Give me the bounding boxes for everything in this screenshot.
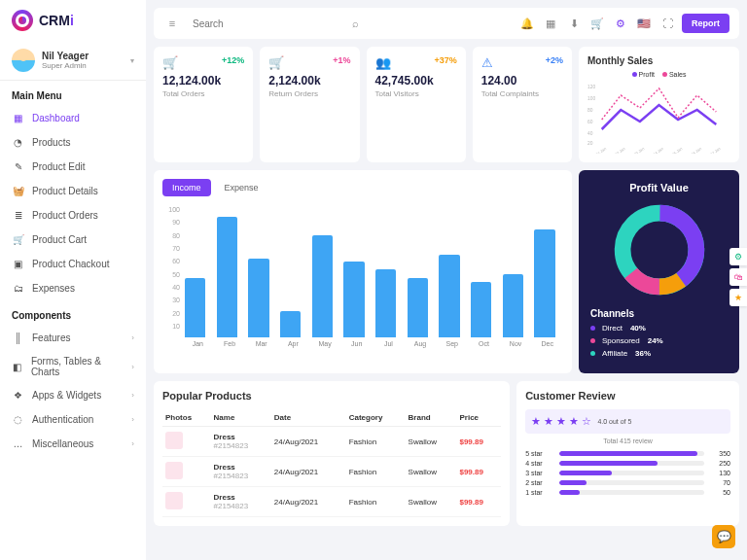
nav-dashboard[interactable]: ▦Dashboard [0, 106, 146, 130]
nav-authentication[interactable]: ◌Authentication› [0, 407, 146, 432]
bar-column: Aug [408, 206, 434, 347]
bar-column: Sep [439, 206, 465, 347]
nav-product-chackout[interactable]: ▣Product Chackout [0, 252, 146, 276]
stat-icon: 🛒 [162, 55, 178, 70]
bar-column: Jan [185, 206, 211, 347]
stat-card: ⚠+2%124.00Total Complaints [473, 47, 572, 162]
chevron-right-icon: › [131, 333, 134, 342]
table-row[interactable]: Dress#215482324/Aug/2021FashionSwallow$9… [162, 457, 501, 487]
nav-expenses[interactable]: 🗂Expenses [0, 276, 146, 300]
stat-card: 🛒+12%12,124.00kTotal Orders [154, 47, 253, 162]
nav-icon: ✎ [12, 160, 24, 173]
income-chart-card: Income Expense 100908070605040302010 Jan… [154, 170, 572, 373]
profit-donut-chart [611, 201, 708, 298]
search-icon[interactable]: ⌕ [347, 18, 365, 29]
search-input[interactable] [187, 16, 341, 32]
cart-icon[interactable]: 🛒 [588, 18, 606, 30]
user-profile[interactable]: Nil Yeager Super Admin ▾ [0, 41, 146, 81]
main-content: ≡ ⌕ 🔔 ▦ ⬇ 🛒 ⚙ 🇺🇸 ⛶ Report 🛒+12%12,124.00… [146, 0, 747, 560]
stat-label: Total Orders [162, 89, 244, 98]
stat-card: 👥+37%42,745.00kTotal Visitors [367, 47, 466, 162]
channel-item: Sponsored 24% [590, 336, 728, 345]
nav-features[interactable]: ║Features› [0, 326, 146, 350]
review-bar-row: 1 star50 [525, 489, 730, 496]
nav-products[interactable]: ◔Products [0, 130, 146, 155]
nav-apps-widgets[interactable]: ❖Apps & Widgets› [0, 383, 146, 407]
svg-text:03 Jan: 03 Jan [633, 146, 645, 154]
topbar: ≡ ⌕ 🔔 ▦ ⬇ 🛒 ⚙ 🇺🇸 ⛶ Report [154, 8, 739, 39]
profit-value-card: Profit Value Channels Direct 40%Sponsore… [579, 170, 739, 373]
svg-text:06 Jan: 06 Jan [691, 146, 702, 154]
nav-product-cart[interactable]: 🛒Product Cart [0, 228, 146, 252]
stat-value: 124.00 [481, 74, 563, 88]
tab-expense[interactable]: Expense [215, 179, 268, 196]
tool-settings-icon[interactable]: ⚙ [729, 248, 747, 265]
bar-column: Jun [343, 206, 370, 347]
nav-icon: 🗂 [12, 282, 24, 295]
tool-cart-icon[interactable]: 🛍 [729, 268, 747, 286]
profit-title: Profit Value [590, 182, 728, 193]
table-row[interactable]: Dress#215482324/Aug/2021FashionSwallow$9… [162, 427, 501, 457]
svg-text:05 Jan: 05 Jan [671, 146, 683, 154]
table-row[interactable]: Dress#215482324/Aug/2021FashionSwallow$9… [162, 487, 501, 517]
svg-text:120: 120 [587, 85, 595, 89]
nav-product-details[interactable]: 🧺Product Details [0, 179, 146, 203]
logo-text: CRMi [39, 13, 74, 28]
nav-icon: ◌ [12, 413, 24, 426]
income-bar-chart: 100908070605040302010 JanFebMarAprMayJun… [162, 206, 563, 347]
nav-icon: 🧺 [12, 185, 24, 197]
chevron-right-icon: › [131, 391, 134, 400]
svg-text:01 Jan: 01 Jan [595, 146, 607, 154]
svg-text:07 Jan: 07 Jan [709, 146, 721, 154]
flag-icon[interactable]: 🇺🇸 [635, 18, 653, 30]
bell-icon[interactable]: 🔔 [518, 18, 536, 30]
menu-toggle-icon[interactable]: ≡ [163, 18, 181, 29]
nav-product-edit[interactable]: ✎Product Edit [0, 155, 146, 179]
monthly-sales-card: Monthly SalesProfitSales1201008060402001… [579, 47, 739, 162]
channel-item: Direct 40% [590, 324, 728, 332]
stat-value: 42,745.00k [375, 74, 457, 88]
stat-value: 2,124.00k [268, 74, 350, 88]
svg-text:60: 60 [587, 120, 593, 124]
tab-income[interactable]: Income [162, 179, 211, 196]
chevron-right-icon: › [131, 363, 134, 371]
bar-column: Oct [471, 206, 497, 347]
stat-icon: ⚠ [481, 55, 493, 70]
sidebar: CRMi Nil Yeager Super Admin ▾ Main Menu … [0, 0, 146, 560]
bar-column: Jul [375, 206, 402, 347]
review-bar-row: 5 star350 [525, 450, 730, 457]
nav-miscellaneous[interactable]: …Miscellaneous› [0, 432, 146, 456]
popular-title: Popular Products [162, 390, 501, 402]
nav-forms-tables-charts[interactable]: ◧Forms, Tables & Charts› [0, 350, 146, 383]
customer-review-card: Customer Review ★ ★ ★ ★ ☆ 4.0 out of 5 T… [516, 381, 739, 526]
chevron-right-icon: › [131, 415, 134, 424]
nav-icon: ▣ [12, 258, 24, 270]
product-thumb [165, 432, 183, 449]
download-icon[interactable]: ⬇ [565, 18, 583, 30]
bar-column: Mar [248, 206, 274, 347]
tool-star-icon[interactable]: ★ [729, 289, 747, 306]
nav-icon: ◧ [12, 361, 23, 373]
bar-column: May [312, 206, 338, 347]
review-bar-row: 4 star250 [525, 460, 730, 467]
popular-products-card: Popular Products PhotosNameDateCategoryB… [154, 381, 510, 526]
report-button[interactable]: Report [682, 14, 729, 33]
stat-card: 🛒+1%2,124.00kReturn Orders [260, 47, 359, 162]
logo-icon [12, 10, 33, 31]
stat-pct: +2% [546, 55, 563, 65]
logo[interactable]: CRMi [0, 10, 146, 41]
chevron-down-icon: ▾ [130, 56, 134, 65]
nav-product-orders[interactable]: ≣Product Orders [0, 203, 146, 228]
nav-icon: ▦ [12, 112, 24, 124]
bar-column: Dec [534, 206, 560, 347]
fullscreen-icon[interactable]: ⛶ [658, 18, 676, 29]
channel-item: Affiliate 36% [590, 349, 728, 358]
avatar [12, 49, 35, 72]
stat-label: Total Visitors [375, 89, 457, 98]
settings-icon[interactable]: ⚙ [612, 18, 629, 30]
stat-pct: +37% [434, 55, 456, 65]
chevron-right-icon: › [131, 439, 134, 448]
nav-icon: ◔ [12, 136, 24, 149]
grid-icon[interactable]: ▦ [542, 18, 559, 30]
help-button[interactable]: 💬 [712, 525, 735, 548]
